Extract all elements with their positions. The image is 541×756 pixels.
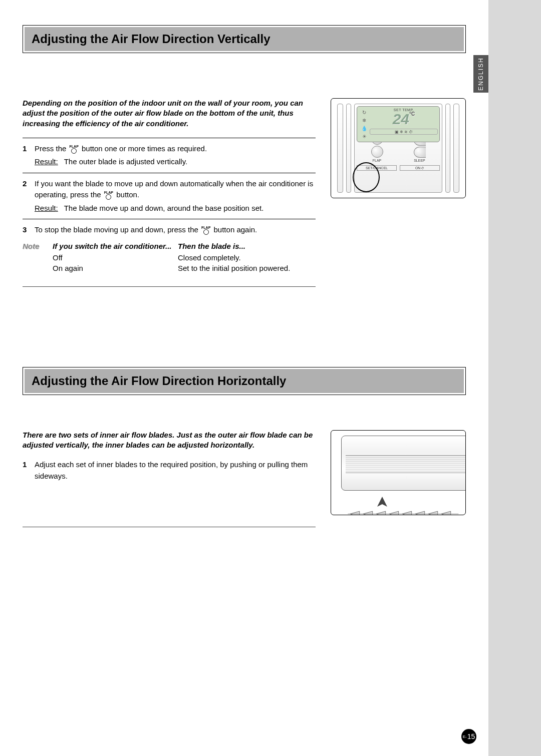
lcd-status-icons: ▣ ❄ ≋ ⏱ bbox=[370, 129, 438, 135]
ac-grille-icon bbox=[346, 455, 466, 473]
section2-right-column bbox=[331, 430, 466, 528]
note-cell: Set to the initial position powered. bbox=[178, 264, 316, 272]
step1-pre: Press the bbox=[35, 144, 69, 153]
section1-right-column: ↻ ❄ 💧 ☀ SET TEMP. 24°C ▣ ❄ ≋ ⏱ bbox=[331, 98, 466, 287]
result-text: The outer blade is adjusted vertically. bbox=[64, 156, 188, 168]
section1-left-column: Depending on the position of the indoor … bbox=[23, 98, 316, 287]
flap-icon-label: FLAP bbox=[201, 226, 210, 229]
remote-side-panel bbox=[337, 104, 343, 193]
step3-pre: To stop the blade moving up and down, pr… bbox=[35, 225, 200, 234]
arrow-up-icon bbox=[376, 496, 388, 508]
step-row: 3 To stop the blade moving up and down, … bbox=[23, 224, 316, 236]
divider bbox=[23, 527, 316, 527]
section2-intro: There are two sets of inner air flow bla… bbox=[23, 430, 316, 451]
section2-title: Adjusting the Air Flow Direction Horizon… bbox=[32, 374, 457, 388]
page: ENGLISH Adjusting the Air Flow Direction… bbox=[0, 0, 488, 756]
on-label: ON bbox=[400, 165, 440, 171]
step-number: 3 bbox=[23, 224, 35, 236]
svg-marker-3 bbox=[389, 511, 399, 515]
snowflake-icon: ❄ bbox=[362, 118, 366, 123]
step-row: 1 Press the FLAP button one or more time… bbox=[23, 143, 316, 168]
remote-side-panel bbox=[445, 104, 450, 193]
remote-lcd: ↻ ❄ 💧 ☀ SET TEMP. 24°C ▣ ❄ ≋ ⏱ bbox=[357, 106, 440, 142]
flap-icon-circle bbox=[203, 229, 209, 235]
flap-icon-label: FLAP bbox=[70, 145, 79, 148]
section2-title-bar: Adjusting the Air Flow Direction Horizon… bbox=[23, 367, 466, 395]
section1-title: Adjusting the Air Flow Direction Vertica… bbox=[32, 32, 457, 46]
language-tab: ENGLISH bbox=[473, 55, 488, 93]
section2: Adjusting the Air Flow Direction Horizon… bbox=[23, 367, 466, 528]
sun-icon: ☀ bbox=[362, 134, 367, 139]
note-table: If you switch the air conditioner... The… bbox=[53, 242, 316, 274]
section2-body: There are two sets of inner air flow bla… bbox=[23, 430, 466, 528]
result-label: Result: bbox=[35, 203, 58, 214]
step-number: 2 bbox=[23, 178, 35, 214]
remote-lower-row: SET/CANCEL ON bbox=[357, 165, 440, 171]
svg-marker-6 bbox=[428, 511, 438, 515]
setcancel-label: SET/CANCEL bbox=[357, 165, 397, 171]
divider bbox=[23, 219, 316, 219]
remote-side-panel bbox=[346, 104, 351, 193]
divider bbox=[23, 173, 316, 173]
section1-intro: Depending on the position of the indoor … bbox=[23, 98, 316, 129]
flap-button-label: FLAP bbox=[373, 159, 382, 162]
section2-left-column: There are two sets of inner air flow bla… bbox=[23, 430, 316, 528]
svg-marker-9 bbox=[377, 497, 387, 507]
svg-marker-5 bbox=[415, 511, 425, 515]
flap-button bbox=[371, 146, 383, 158]
remote-main-panel: ↻ ❄ 💧 ☀ SET TEMP. 24°C ▣ ❄ ≋ ⏱ bbox=[354, 104, 442, 193]
sleep-button-label: SLEEP bbox=[414, 159, 425, 162]
step3-post: button again. bbox=[214, 225, 257, 234]
step-text: Press the FLAP button one or more times … bbox=[35, 143, 316, 168]
step-text: To stop the blade moving up and down, pr… bbox=[35, 224, 316, 236]
step2-pre: If you want the blade to move up and dow… bbox=[35, 179, 313, 199]
step-text: If you want the blade to move up and dow… bbox=[35, 178, 316, 214]
divider bbox=[23, 138, 316, 138]
flap-icon: FLAP bbox=[104, 191, 113, 200]
note-cell: Closed completely. bbox=[178, 253, 316, 262]
remote-mode-icons: ↻ ❄ 💧 ☀ bbox=[359, 108, 370, 140]
flap-icon-circle bbox=[71, 148, 77, 154]
svg-marker-1 bbox=[363, 511, 373, 515]
note-header-col2: Then the blade is... bbox=[178, 242, 316, 250]
ac-unit-figure bbox=[331, 430, 466, 515]
sleep-button bbox=[414, 147, 426, 158]
svg-marker-2 bbox=[376, 511, 386, 515]
divider bbox=[23, 286, 316, 287]
flap-icon-circle bbox=[106, 194, 111, 200]
step1-post: button one or more times as required. bbox=[82, 144, 207, 153]
note-cell: On again bbox=[53, 264, 178, 272]
ac-unit-body bbox=[341, 436, 466, 491]
remote-figure: ↻ ❄ 💧 ☀ SET TEMP. 24°C ▣ ❄ ≋ ⏱ bbox=[331, 98, 466, 198]
note-cell: Off bbox=[53, 253, 178, 262]
droplet-icon: 💧 bbox=[361, 126, 367, 131]
result-label: Result: bbox=[35, 156, 58, 168]
svg-marker-4 bbox=[402, 511, 412, 515]
flap-icon-label: FLAP bbox=[104, 191, 113, 194]
svg-marker-7 bbox=[441, 511, 451, 515]
svg-marker-0 bbox=[350, 511, 360, 515]
note-label: Note bbox=[23, 242, 53, 274]
step-row: 1 Adjust each set of inner blades to the… bbox=[23, 459, 316, 482]
remote-button-row: FLAP SLEEP bbox=[357, 144, 440, 162]
lcd-temp-value: 24°C bbox=[370, 112, 438, 127]
step2-post: button. bbox=[116, 190, 139, 199]
step-text: Adjust each set of inner blades to the r… bbox=[35, 459, 316, 482]
note-header-col1: If you switch the air conditioner... bbox=[53, 242, 178, 250]
page-number: 15 bbox=[467, 732, 475, 740]
step-row: 2 If you want the blade to move up and d… bbox=[23, 178, 316, 214]
remote-side-panel bbox=[453, 104, 459, 193]
section1-body: Depending on the position of the indoor … bbox=[23, 98, 466, 287]
auto-icon: ↻ bbox=[362, 110, 366, 115]
page-number-badge: E-15 bbox=[461, 729, 476, 744]
ac-blades-icon bbox=[331, 509, 466, 515]
step-number: 1 bbox=[23, 459, 35, 482]
page-number-prefix: E- bbox=[463, 734, 467, 739]
flap-icon: FLAP bbox=[201, 226, 210, 235]
result-text: The blade move up and down, around the b… bbox=[64, 203, 264, 214]
step-number: 1 bbox=[23, 143, 35, 168]
flap-icon: FLAP bbox=[70, 145, 79, 154]
section1-title-bar: Adjusting the Air Flow Direction Vertica… bbox=[23, 25, 466, 53]
note-block: Note If you switch the air conditioner..… bbox=[23, 242, 316, 274]
